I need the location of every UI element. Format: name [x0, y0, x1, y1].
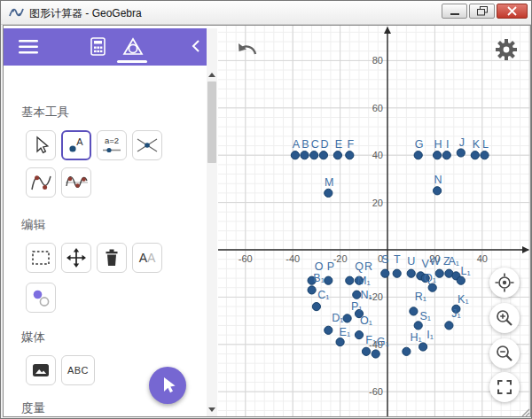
tool-show-hide-object[interactable] — [26, 283, 56, 313]
svg-text:V: V — [422, 258, 430, 270]
titlebar[interactable]: 图形计算器 - GeoGebra — [1, 1, 531, 25]
restore-icon — [477, 6, 488, 16]
text-style-light-a: A — [147, 251, 155, 265]
tool-intersect[interactable] — [132, 130, 162, 160]
menu-button[interactable] — [19, 39, 38, 58]
tools-sidebar: 基本工具 A a=2 — [4, 26, 217, 416]
svg-text:N₁: N₁ — [360, 289, 372, 301]
tool-select[interactable] — [26, 130, 56, 160]
coordinate-plane[interactable]: -60-40-200204080604020-20-40-60ABCDEFGHI… — [218, 26, 530, 416]
svg-text:40: 40 — [477, 253, 488, 264]
triangle-up-icon — [208, 73, 215, 77]
triangle-down-icon — [208, 407, 215, 412]
svg-text:F: F — [347, 138, 354, 151]
cursor-icon — [157, 375, 178, 396]
tool-slider[interactable]: a=2 — [97, 130, 127, 160]
svg-text:E: E — [335, 138, 342, 151]
svg-text:80: 80 — [372, 55, 383, 66]
tool-image[interactable] — [26, 355, 56, 385]
tab-geometry-tools[interactable] — [122, 37, 144, 60]
svg-text:M₁: M₁ — [357, 275, 371, 287]
settings-button[interactable] — [493, 37, 520, 62]
fullscreen-button[interactable] — [489, 372, 520, 402]
resize-grip[interactable] — [520, 407, 530, 417]
tool-move[interactable] — [61, 243, 91, 273]
close-icon — [507, 6, 517, 16]
tool-delete[interactable] — [97, 243, 127, 273]
text-style-dark-a: A — [139, 251, 147, 265]
section-media: 媒体 — [21, 330, 45, 345]
svg-text:O₁: O₁ — [360, 314, 372, 327]
svg-text:40: 40 — [372, 150, 383, 160]
graphics-view[interactable]: -60-40-200204080604020-20-40-60ABCDEFGHI… — [218, 26, 530, 416]
svg-text:Q₁: Q₁ — [424, 272, 436, 284]
minimize-icon — [450, 7, 460, 16]
undo-button[interactable] — [234, 37, 261, 62]
svg-text:L: L — [482, 138, 489, 151]
svg-text:-60: -60 — [239, 253, 253, 264]
svg-text:H₁: H₁ — [410, 331, 421, 344]
collapse-panel-button[interactable] — [192, 39, 200, 57]
move-tool-fab[interactable] — [149, 367, 186, 404]
svg-text:C: C — [311, 138, 319, 151]
svg-text:F₁: F₁ — [365, 334, 376, 346]
svg-text:20: 20 — [372, 198, 383, 208]
tool-select-region[interactable] — [26, 243, 56, 273]
close-button[interactable] — [497, 4, 528, 19]
marquee-icon — [29, 246, 52, 269]
move-icon — [65, 246, 88, 269]
svg-text:N: N — [434, 174, 442, 186]
undo-icon — [236, 40, 259, 59]
geometry-tools-icon — [122, 37, 144, 57]
tool-point[interactable]: A — [61, 130, 91, 160]
tool-text-style[interactable]: AA — [132, 243, 162, 273]
point-icon — [69, 145, 75, 151]
svg-text:P: P — [327, 260, 334, 273]
tool-extremum[interactable] — [26, 167, 56, 198]
scrollbar-thumb[interactable] — [207, 81, 216, 163]
svg-text:S: S — [381, 253, 388, 266]
window-title: 图形计算器 - GeoGebra — [29, 6, 142, 21]
svg-text:H: H — [434, 138, 442, 151]
standard-view-button[interactable] — [489, 268, 520, 298]
svg-text:P₁: P₁ — [351, 300, 363, 313]
svg-text:K: K — [473, 138, 481, 151]
roots-curve-icon — [65, 171, 89, 195]
extremum-curve-icon — [29, 171, 53, 195]
svg-text:W: W — [429, 255, 440, 268]
zoom-out-button[interactable] — [489, 338, 520, 369]
svg-text:-60: -60 — [369, 386, 383, 397]
zoom-out-icon — [494, 343, 515, 364]
restore-button[interactable] — [469, 4, 495, 19]
scroll-up-button[interactable] — [207, 69, 216, 80]
svg-text:C₁: C₁ — [317, 289, 329, 301]
minimize-button[interactable] — [442, 4, 467, 19]
image-icon — [29, 359, 52, 382]
geogebra-logo-icon — [9, 5, 24, 24]
svg-text:G: G — [415, 138, 424, 151]
tool-roots[interactable] — [61, 167, 91, 198]
zoom-in-button[interactable] — [489, 303, 520, 333]
active-tab-underline — [117, 60, 147, 63]
intersect-icon — [135, 134, 160, 157]
svg-text:G₁: G₁ — [377, 336, 389, 348]
scroll-down-button[interactable] — [207, 404, 216, 415]
svg-text:R: R — [364, 260, 372, 273]
svg-text:A: A — [293, 138, 301, 151]
svg-text:S₁: S₁ — [419, 310, 431, 322]
cursor-icon — [29, 134, 52, 157]
svg-text:D₁: D₁ — [332, 312, 343, 324]
show-hide-icon — [29, 286, 52, 309]
sidebar-scrollbar[interactable] — [207, 28, 217, 416]
app-window: 图形计算器 - GeoGebra — [0, 0, 532, 419]
svg-text:K₁: K₁ — [458, 293, 469, 306]
tool-text[interactable]: ABC — [61, 355, 95, 385]
svg-text:J: J — [459, 136, 465, 149]
svg-text:D: D — [320, 138, 328, 151]
sidebar-header — [4, 28, 207, 66]
point-letter: A — [76, 136, 83, 147]
trash-icon — [100, 246, 123, 269]
svg-text:O: O — [315, 260, 324, 273]
tab-calculator[interactable] — [90, 37, 106, 59]
gear-icon — [495, 38, 518, 61]
